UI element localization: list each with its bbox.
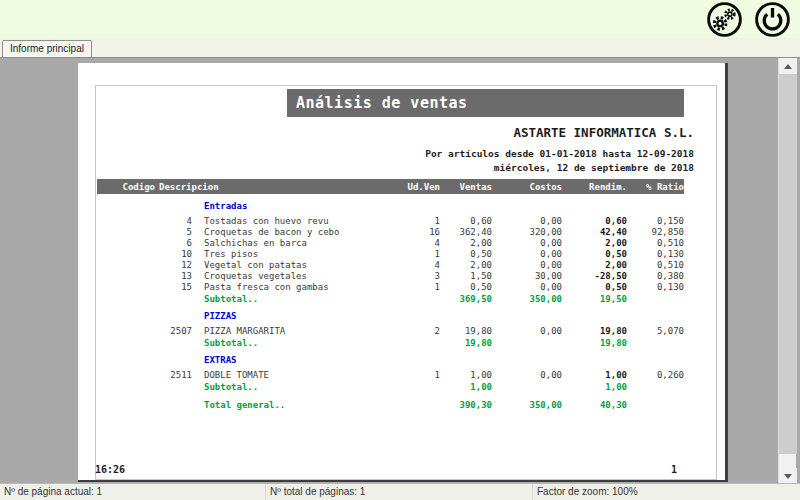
power-icon: [754, 1, 791, 38]
column-header: Ud.Ven: [390, 182, 440, 192]
toolbar: [0, 0, 800, 38]
scroll-up-button[interactable]: [779, 58, 797, 74]
column-header: Costos: [496, 182, 562, 192]
item-row: 6Salchichas en barca42,000,002,000,510: [97, 237, 684, 248]
scrollbar-thumb[interactable]: [779, 74, 797, 454]
status-current-page: Nº de página actual: 1: [0, 484, 266, 500]
report-title: Análisis de ventas: [287, 89, 684, 117]
footer-time: 16:26: [95, 464, 125, 475]
item-row: 13Croquetas vegetales31,5030,00-28,500,3…: [97, 270, 684, 281]
subtotal-row: Subtotal..369,50350,0019,50: [97, 293, 684, 304]
column-header: Ventas: [444, 182, 492, 192]
subtotal-row: Subtotal..19,8019,80: [97, 337, 684, 348]
exit-button[interactable]: [754, 1, 791, 38]
status-bar: Nº de página actual: 1 Nº total de págin…: [0, 483, 800, 500]
report-page: Análisis de ventas ASTARTE INFORMATICA S…: [78, 63, 728, 482]
arrow-up-icon: [784, 64, 792, 69]
item-row: 12Vegetal con patatas42,000,002,000,510: [97, 259, 684, 270]
item-row: 5Croquetas de bacon y cebo16362,40320,00…: [97, 226, 684, 237]
footer-page-number: 1: [671, 464, 677, 475]
tab-informe-principal[interactable]: Informe principal: [2, 40, 92, 57]
report-date-range: Por artículos desde 01-01-2018 hasta 12-…: [425, 148, 694, 159]
section-header-row: EXTRAS: [97, 354, 684, 365]
column-header: % Ratio: [631, 182, 684, 192]
item-row: 4Tostadas con huevo revu10,600,000,600,1…: [97, 215, 684, 226]
column-header-row: CodigoDescripcionUd.VenVentasCostosRendi…: [97, 179, 684, 194]
subtotal-row: Subtotal..1,001,00: [97, 381, 684, 392]
column-header: Codigo: [97, 182, 155, 192]
item-row: 2511DOBLE TOMATE11,000,001,000,260: [97, 369, 684, 380]
tab-bar: Informe principal: [0, 38, 800, 57]
report-preview-area: Análisis de ventas ASTARTE INFORMATICA S…: [0, 57, 800, 483]
column-header: Rendim.: [566, 182, 627, 192]
scroll-down-button[interactable]: [779, 468, 797, 484]
item-row: 2507PIZZA MARGARITA219,800,0019,805,070: [97, 325, 684, 336]
item-row: 10Tres pisos10,500,000,500,130: [97, 248, 684, 259]
section-header-row: PIZZAS: [97, 310, 684, 321]
section-header-row: Entradas: [97, 200, 684, 211]
status-total-pages: Nº total de páginas: 1: [266, 484, 533, 500]
report-table-body: Entradas4Tostadas con huevo revu10,600,0…: [97, 194, 684, 410]
report-print-date: miércoles, 12 de septiembre de 2018: [494, 162, 694, 173]
vertical-scrollbar[interactable]: [778, 58, 796, 484]
column-header: Descripcion: [159, 182, 386, 192]
company-name: ASTARTE INFORMATICA S.L.: [513, 125, 694, 140]
settings-gears-icon: [706, 1, 743, 38]
total-row: Total general..390,30350,0040,30: [97, 399, 684, 410]
settings-button[interactable]: [706, 1, 743, 38]
arrow-down-icon: [784, 474, 792, 479]
status-zoom-factor: Factor de zoom: 100%: [533, 484, 800, 500]
item-row: 15Pasta fresca con gambas10,500,000,500,…: [97, 281, 684, 292]
